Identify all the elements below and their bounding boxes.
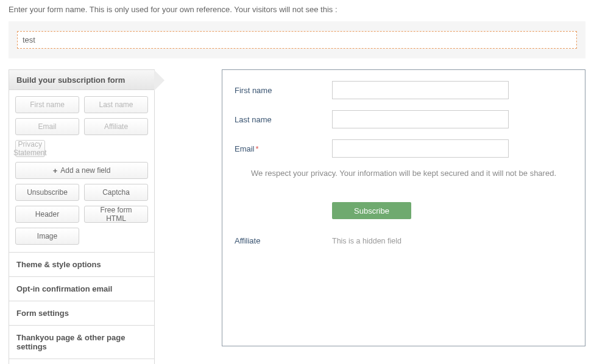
form-preview: First name Last name Email* We respect y… <box>222 69 585 346</box>
field-chip-privacy-statement[interactable]: Privacy Statement <box>15 140 45 157</box>
input-first-name[interactable] <box>332 81 509 99</box>
input-email[interactable] <box>332 139 509 158</box>
required-mark: * <box>256 144 259 153</box>
field-chip-image[interactable]: Image <box>15 228 79 245</box>
sidebar-panel-body: First name Last name Email Affiliate Pri… <box>9 90 154 252</box>
field-chip-captcha[interactable]: Captcha <box>84 184 148 201</box>
label-email: Email* <box>235 144 332 153</box>
form-name-container <box>9 21 585 58</box>
field-chip-free-form-html[interactable]: Free form HTML <box>84 206 148 223</box>
accordion-form-settings[interactable]: Form settings <box>9 301 154 325</box>
subscribe-button[interactable]: Subscribe <box>332 202 411 219</box>
privacy-statement-text: We respect your privacy. Your informatio… <box>235 169 573 178</box>
accordion-theme-style[interactable]: Theme & style options <box>9 252 154 276</box>
field-chip-affiliate[interactable]: Affiliate <box>84 118 148 135</box>
form-name-input[interactable] <box>17 31 577 49</box>
field-chip-last-name[interactable]: Last name <box>84 96 148 113</box>
add-new-field-label: Add a new field <box>60 166 110 175</box>
sidebar-header[interactable]: Build your subscription form <box>9 69 154 90</box>
form-name-instruction: Enter your form name. This is only used … <box>9 5 585 14</box>
label-first-name: First name <box>235 86 332 95</box>
add-new-field-button[interactable]: + Add a new field <box>15 162 148 179</box>
label-last-name: Last name <box>235 115 332 124</box>
preview-row-first-name: First name <box>235 81 573 99</box>
field-chip-unsubscribe[interactable]: Unsubscribe <box>15 184 79 201</box>
field-chip-email[interactable]: Email <box>15 118 79 135</box>
builder-sidebar: Build your subscription form First name … <box>9 69 155 364</box>
subscribe-row: Subscribe <box>235 202 573 219</box>
field-chip-header[interactable]: Header <box>15 206 79 223</box>
accordion-thankyou-page[interactable]: Thankyou page & other page settings <box>9 325 154 359</box>
preview-row-affiliate: Affiliate This is a hidden field <box>235 236 573 245</box>
preview-row-email: Email* <box>235 139 573 158</box>
preview-row-last-name: Last name <box>235 110 573 128</box>
accordion-integration[interactable]: Integration with your site <box>9 359 154 364</box>
affiliate-hidden-note: This is a hidden field <box>332 237 401 245</box>
field-chip-first-name[interactable]: First name <box>15 96 79 113</box>
label-affiliate: Affiliate <box>235 236 332 245</box>
input-last-name[interactable] <box>332 110 509 128</box>
accordion-optin-confirmation[interactable]: Opt-in confirmation email <box>9 276 154 301</box>
plus-icon: + <box>53 167 58 175</box>
